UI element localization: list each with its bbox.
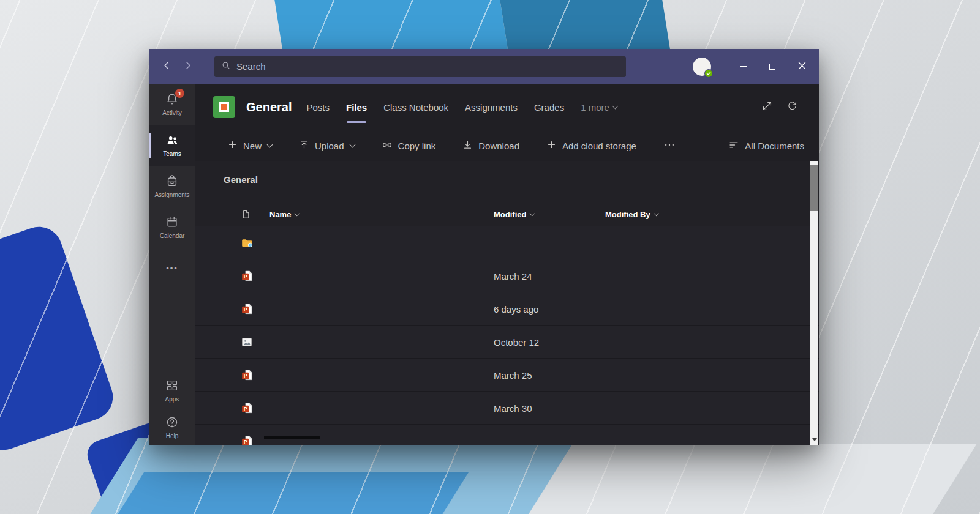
file-row-pptx[interactable]: P March 30: [195, 392, 819, 425]
tab-files[interactable]: Files: [346, 84, 367, 130]
maximize-icon: [769, 64, 775, 70]
header-actions: [761, 100, 798, 114]
doc-type-column-icon: [241, 203, 251, 226]
file-row-pptx[interactable]: P 6 days ago: [195, 292, 819, 326]
search-input[interactable]: [236, 61, 619, 72]
search-icon: [221, 61, 231, 73]
svg-text:P: P: [244, 406, 247, 412]
tab-more[interactable]: 1 more: [581, 84, 617, 130]
rail-item-assignments[interactable]: Assignments: [149, 166, 195, 207]
new-label: New: [243, 141, 262, 151]
expand-tab-button[interactable]: [761, 100, 773, 114]
redacted-file-name: [264, 436, 320, 439]
add-cloud-storage-button[interactable]: Add cloud storage: [546, 140, 636, 152]
filter-lines-icon: [728, 140, 739, 152]
ellipsis-icon: •••: [166, 264, 178, 272]
tab-posts[interactable]: Posts: [306, 84, 330, 130]
file-rows: P March 24 P 6 days ago: [195, 226, 819, 445]
file-modified: March 24: [494, 270, 532, 281]
chevron-left-icon: [161, 60, 172, 73]
chevron-down-icon: [530, 211, 535, 216]
back-button[interactable]: [159, 59, 175, 75]
image-file-icon: [241, 336, 253, 348]
rail-item-activity[interactable]: 1 Activity: [149, 84, 195, 125]
vertical-scrollbar[interactable]: [810, 161, 818, 445]
upload-button[interactable]: Upload: [299, 140, 355, 152]
file-row-pptx[interactable]: P March 24: [195, 259, 819, 292]
view-selector-button[interactable]: All Documents: [728, 140, 804, 152]
refresh-icon: [786, 100, 798, 114]
file-row-image[interactable]: October 12: [195, 326, 819, 359]
chevron-down-icon: [612, 103, 618, 109]
powerpoint-file-icon: P: [241, 302, 254, 315]
file-modified: March 30: [494, 403, 532, 413]
column-header-modified[interactable]: Modified: [494, 203, 534, 226]
svg-text:P: P: [244, 439, 247, 445]
apps-grid-icon: [165, 379, 179, 394]
rail-label: Assignments: [154, 192, 189, 198]
maximize-button[interactable]: [758, 49, 787, 84]
forward-button[interactable]: [180, 59, 196, 75]
minimize-button[interactable]: [728, 49, 758, 84]
rail-label: Help: [166, 433, 179, 439]
scrollbar-down-arrow[interactable]: [810, 435, 818, 444]
rail-label: Teams: [163, 151, 181, 157]
avatar[interactable]: [693, 58, 711, 76]
team-header: General Posts Files Class Notebook Assig…: [195, 84, 819, 130]
tab-class-notebook[interactable]: Class Notebook: [383, 84, 448, 130]
add-cloud-storage-label: Add cloud storage: [562, 141, 636, 151]
toolbar-more-button[interactable]: [663, 139, 676, 153]
new-button[interactable]: New: [227, 140, 272, 152]
download-label: Download: [478, 141, 519, 151]
rail-item-more[interactable]: •••: [149, 248, 195, 289]
close-button[interactable]: [787, 49, 816, 84]
rail-spacer: [149, 289, 195, 372]
wallpaper-shape: [0, 220, 119, 456]
expand-icon: [761, 100, 773, 114]
chevron-down-icon: [267, 141, 273, 147]
rail-label: Apps: [165, 397, 179, 403]
help-question-icon: [165, 415, 179, 431]
rail-label: Activity: [162, 110, 182, 116]
ellipsis-icon: [663, 139, 676, 153]
copy-link-label: Copy link: [398, 141, 436, 151]
column-label: Modified: [494, 210, 526, 219]
file-row-folder[interactable]: [195, 226, 819, 259]
activity-badge: 1: [175, 89, 184, 98]
rail-item-teams[interactable]: Teams: [149, 125, 195, 166]
search-box[interactable]: [214, 56, 626, 77]
folder-icon: [241, 236, 254, 249]
file-list-pane: General Name Modified: [195, 161, 819, 445]
copy-link-button[interactable]: Copy link: [382, 140, 436, 152]
svg-text:P: P: [244, 274, 247, 280]
window-controls: [728, 49, 819, 84]
close-icon: [798, 62, 806, 72]
rail-item-calendar[interactable]: Calendar: [149, 207, 195, 248]
tab-assignments[interactable]: Assignments: [465, 84, 518, 130]
app-rail: 1 Activity Teams Assignments: [149, 84, 195, 445]
svg-text:P: P: [244, 373, 247, 379]
plus-icon: [546, 140, 557, 152]
column-header-modified-by[interactable]: Modified By: [605, 203, 658, 226]
view-selector-label: All Documents: [745, 141, 804, 151]
wallpaper-shape: [110, 472, 469, 514]
rail-item-apps[interactable]: Apps: [149, 372, 195, 409]
minimize-icon: [740, 66, 747, 67]
powerpoint-file-icon: P: [241, 401, 254, 414]
main-pane: General Posts Files Class Notebook Assig…: [195, 84, 819, 445]
presence-available-icon: [704, 69, 713, 78]
download-icon: [462, 140, 473, 152]
refresh-button[interactable]: [786, 100, 798, 114]
channel-tabs: Posts Files Class Notebook Assignments G…: [306, 84, 617, 130]
titlebar: [149, 49, 819, 84]
powerpoint-file-icon: P: [241, 434, 254, 445]
backpack-icon: [165, 174, 179, 190]
chevron-down-icon: [654, 211, 659, 216]
file-row-pptx-partial[interactable]: P: [195, 425, 819, 445]
scrollbar-thumb[interactable]: [810, 165, 818, 211]
tab-grades[interactable]: Grades: [534, 84, 564, 130]
download-button[interactable]: Download: [462, 140, 519, 152]
column-header-name[interactable]: Name: [270, 203, 299, 226]
file-row-pptx[interactable]: P March 25: [195, 359, 819, 392]
rail-item-help[interactable]: Help: [149, 409, 195, 445]
